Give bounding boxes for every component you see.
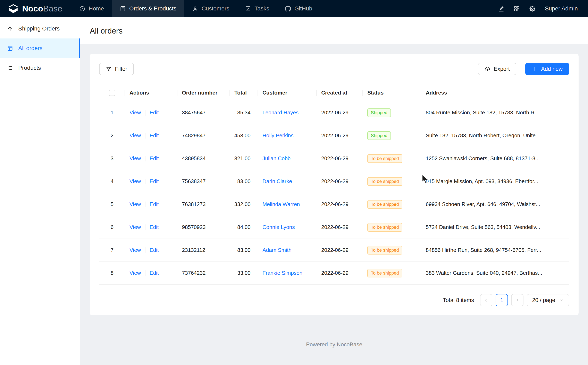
- view-link[interactable]: View: [130, 109, 141, 116]
- order-number-cell: 73764232: [177, 270, 230, 276]
- status-badge: To be shipped: [367, 246, 402, 254]
- edit-link[interactable]: Edit: [150, 201, 159, 207]
- row-index-cell: 5: [99, 201, 125, 207]
- sidebar-item-products[interactable]: Products: [0, 58, 80, 78]
- plugins-grid-icon[interactable]: [510, 2, 524, 15]
- nav-item-github[interactable]: GitHub: [277, 0, 320, 17]
- customer-link[interactable]: Frankie Simpson: [262, 270, 302, 276]
- ui-editor-pen-icon[interactable]: [494, 2, 508, 15]
- table-row[interactable]: 5 View Edit 76381273 332.00 Melinda Warr…: [99, 193, 569, 216]
- orders-products-icon: [120, 6, 126, 12]
- status-badge: Shipped: [367, 131, 391, 140]
- cloud-upload-icon: [485, 66, 490, 72]
- row-actions-cell: View Edit: [125, 270, 177, 276]
- row-index-cell: 2: [99, 132, 125, 139]
- column-header-total: Total: [230, 84, 258, 101]
- nav-item-orders-products[interactable]: Orders & Products: [112, 0, 184, 17]
- customer-link[interactable]: Holly Perkins: [262, 132, 294, 139]
- address-text: 5724 Daniel Drive, Suite 563, 54403, Wen…: [426, 224, 540, 230]
- customer-link[interactable]: Julian Cobb: [262, 155, 290, 162]
- nav-item-customers[interactable]: Customers: [184, 0, 237, 17]
- total-cell: 83.00: [230, 178, 258, 184]
- row-actions-cell: View Edit: [125, 247, 177, 253]
- status-cell: To be shipped: [363, 177, 421, 186]
- table-row[interactable]: 7 View Edit 23132112 83.00 Adam Smith 20…: [99, 239, 569, 262]
- table-row[interactable]: 8 View Edit 73764232 33.00 Frankie Simps…: [99, 262, 569, 285]
- edit-link[interactable]: Edit: [150, 155, 159, 162]
- page-size-select[interactable]: 20 / page: [527, 294, 569, 306]
- table-row[interactable]: 1 View Edit 38475647 85.34 Leonard Hayes…: [99, 101, 569, 124]
- status-badge: To be shipped: [367, 200, 402, 209]
- total-cell: 83.00: [230, 247, 258, 253]
- view-link[interactable]: View: [130, 178, 141, 184]
- customer-link[interactable]: Adam Smith: [262, 247, 291, 253]
- table-row[interactable]: 2 View Edit 74829847 453.00 Holly Perkin…: [99, 124, 569, 147]
- table-row[interactable]: 6 View Edit 98570923 84.00 Connie Lyons …: [99, 216, 569, 239]
- edit-link[interactable]: Edit: [150, 224, 159, 230]
- pagination-total: Total 8 items: [443, 297, 474, 303]
- add-new-label: Add new: [541, 66, 563, 72]
- filter-label: Filter: [115, 66, 127, 72]
- view-link[interactable]: View: [130, 247, 141, 253]
- address-cell: 383 Walter Gardens, Suite 040, 24947, Be…: [421, 270, 569, 276]
- edit-link[interactable]: Edit: [150, 109, 159, 116]
- settings-gear-icon[interactable]: [526, 2, 539, 15]
- customer-link[interactable]: Leonard Hayes: [262, 109, 298, 116]
- customer-link[interactable]: Melinda Warren: [262, 201, 300, 207]
- brand-name: NocoBase: [22, 4, 62, 14]
- nav-item-tasks[interactable]: Tasks: [237, 0, 277, 17]
- user-menu[interactable]: Super Admin: [545, 5, 578, 12]
- select-all-checkbox[interactable]: [109, 90, 115, 96]
- add-new-button[interactable]: Add new: [525, 63, 569, 75]
- customer-link[interactable]: Connie Lyons: [262, 224, 295, 230]
- action-divider: [145, 133, 145, 139]
- top-navbar: NocoBase Home Orders & Products Customer…: [0, 0, 588, 17]
- order-number-cell: 43895834: [177, 155, 230, 162]
- nav-item-home[interactable]: Home: [71, 0, 112, 17]
- brand[interactable]: NocoBase: [0, 0, 71, 17]
- view-link[interactable]: View: [130, 155, 141, 162]
- address-cell: 5724 Daniel Drive, Suite 563, 54403, Wen…: [421, 224, 569, 230]
- chevron-left-icon: [484, 298, 489, 303]
- address-cell: Suite 182, 15783, North Robert, Oregon, …: [421, 132, 569, 139]
- view-link[interactable]: View: [130, 201, 141, 207]
- created-at-cell: 2022-06-29: [317, 224, 363, 230]
- main-menu: Home Orders & Products Customers Tasks: [71, 0, 320, 17]
- edit-link[interactable]: Edit: [150, 178, 159, 184]
- customer-cell: Adam Smith: [258, 247, 317, 253]
- table-row[interactable]: 4 View Edit 75638347 83.00 Darin Clarke …: [99, 170, 569, 193]
- export-button[interactable]: Export: [478, 63, 516, 75]
- nav-item-label: Tasks: [254, 5, 269, 12]
- action-divider: [145, 247, 145, 253]
- row-actions-cell: View Edit: [125, 178, 177, 184]
- row-actions-cell: View Edit: [125, 201, 177, 207]
- address-cell: 015 Margie Mission, Apt. 093, 34936, Ebe…: [421, 178, 569, 184]
- row-index-cell: 7: [99, 247, 125, 253]
- edit-link[interactable]: Edit: [150, 247, 159, 253]
- page-number-button[interactable]: 1: [496, 294, 508, 306]
- edit-link[interactable]: Edit: [150, 132, 159, 139]
- customer-link[interactable]: Darin Clarke: [262, 178, 292, 184]
- edit-link[interactable]: Edit: [150, 270, 159, 276]
- address-text: 383 Walter Gardens, Suite 040, 24947, Be…: [426, 270, 542, 276]
- total-cell: 453.00: [230, 132, 258, 139]
- main-area: All orders Filter: [80, 17, 588, 365]
- next-page-button[interactable]: [511, 294, 523, 306]
- view-link[interactable]: View: [130, 132, 141, 139]
- table-row[interactable]: 3 View Edit 43895834 321.00 Julian Cobb …: [99, 147, 569, 170]
- prev-page-button[interactable]: [480, 294, 492, 306]
- view-link[interactable]: View: [130, 270, 141, 276]
- action-divider: [145, 225, 145, 230]
- filter-button[interactable]: Filter: [99, 63, 134, 75]
- content-area: Filter Export: [80, 44, 588, 365]
- sidebar-item-shipping-orders[interactable]: Shipping Orders: [0, 19, 80, 38]
- sidebar-item-all-orders[interactable]: All orders: [0, 38, 80, 58]
- toolbar-right: Export Add new: [478, 63, 569, 75]
- status-cell: To be shipped: [363, 269, 421, 277]
- list-icon: [7, 65, 13, 71]
- view-link[interactable]: View: [130, 224, 141, 230]
- created-at-cell: 2022-06-29: [317, 178, 363, 184]
- address-cell: 84856 Hirthe Run, Suite 268, 94754-6705,…: [421, 247, 569, 253]
- order-number-cell: 74829847: [177, 132, 230, 139]
- created-at-cell: 2022-06-29: [317, 270, 363, 276]
